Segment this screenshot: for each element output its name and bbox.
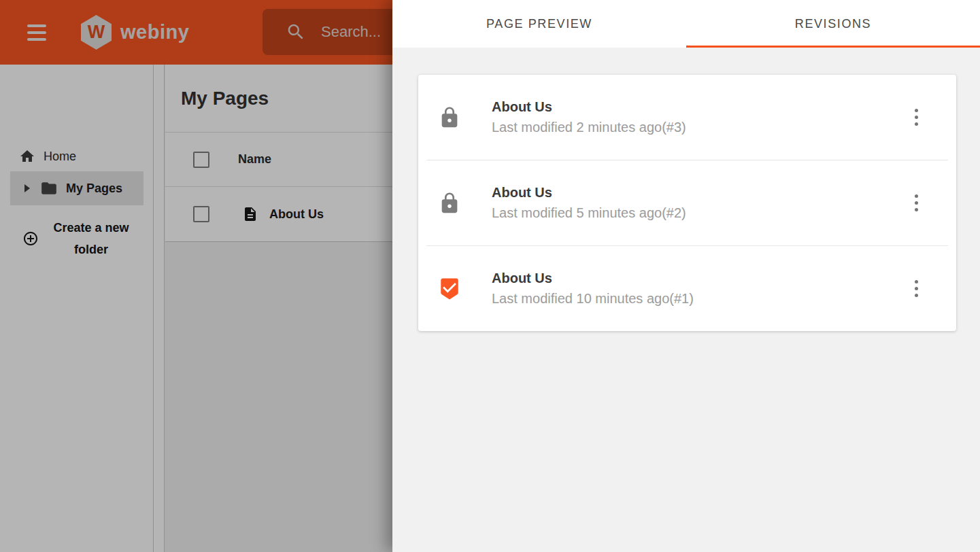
revision-title: About Us [492,185,686,201]
revision-menu-button[interactable] [906,272,926,306]
tab-revisions[interactable]: REVISIONS [686,0,980,48]
revision-subtitle: Last modified 5 minutes ago(#2) [492,205,686,221]
tab-label: REVISIONS [795,17,871,31]
lock-icon [438,190,461,216]
lock-icon [438,105,461,131]
published-badge-icon [438,276,461,302]
page-details-drawer: PAGE PREVIEW REVISIONS About Us Last mod… [392,0,980,552]
revision-list-item[interactable]: About Us Last modified 2 minutes ago(#3) [418,75,956,160]
active-tab-indicator [686,46,980,48]
revision-menu-button[interactable] [906,186,926,220]
revision-list-item[interactable]: About Us Last modified 10 minutes ago(#1… [418,246,956,331]
revision-list-item[interactable]: About Us Last modified 5 minutes ago(#2) [418,160,956,245]
tab-bar: PAGE PREVIEW REVISIONS [392,0,980,48]
tab-page-preview[interactable]: PAGE PREVIEW [392,0,686,48]
revision-title: About Us [492,271,694,286]
app-root: W webiny Home My Pages Create a new fold… [0,0,980,552]
revisions-card: About Us Last modified 2 minutes ago(#3)… [418,75,956,331]
tab-label: PAGE PREVIEW [486,17,592,31]
revision-subtitle: Last modified 10 minutes ago(#1) [492,291,694,307]
revision-title: About Us [492,99,686,115]
revision-subtitle: Last modified 2 minutes ago(#3) [492,120,686,135]
drawer-scrim[interactable] [0,0,393,552]
revision-menu-button[interactable] [906,101,926,135]
